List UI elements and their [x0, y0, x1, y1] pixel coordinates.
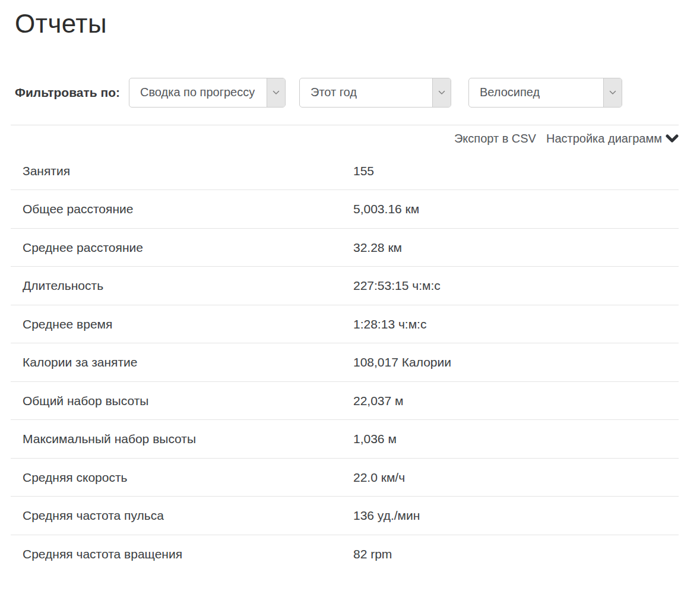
table-row: Среднее расстояние 32.28 км	[11, 229, 679, 267]
stat-label: Общее расстояние	[11, 202, 353, 216]
table-row: Максимальный набор высоты 1,036 м	[11, 420, 679, 459]
stat-label: Средняя частота пульса	[11, 508, 353, 523]
table-row: Общий набор высоты 22,037 м	[11, 382, 679, 421]
stat-label: Калории за занятие	[11, 355, 353, 369]
stat-value: 155	[353, 164, 374, 178]
stat-value: 22,037 м	[353, 394, 404, 408]
reports-page: Отчеты Фильтровать по: Сводка по прогрес…	[0, 0, 700, 597]
report-type-select[interactable]: Сводка по прогрессу	[129, 78, 286, 108]
report-content: Экспорт в CSV Настройка диаграмм Занятия…	[11, 125, 679, 574]
stat-label: Общий набор высоты	[11, 394, 353, 408]
activity-type-select-value: Велосипед	[469, 86, 540, 99]
stat-label: Средняя частота вращения	[11, 547, 353, 561]
table-row: Длительность 227:53:15 ч:м:с	[11, 267, 679, 305]
chart-settings-label: Настройка диаграмм	[546, 132, 662, 146]
stat-value: 1,036 м	[353, 432, 397, 446]
report-toolbar: Экспорт в CSV Настройка диаграмм	[11, 125, 679, 152]
stat-value: 1:28:13 ч:м:с	[353, 317, 426, 331]
table-row: Занятия 155	[11, 152, 679, 191]
chevron-down-icon	[603, 78, 622, 107]
table-row: Средняя частота вращения 82 rpm	[11, 535, 679, 574]
stat-value: 32.28 км	[353, 241, 402, 255]
report-type-select-value: Сводка по прогрессу	[129, 86, 255, 99]
table-row: Калории за занятие 108,017 Калории	[11, 343, 679, 382]
chart-settings-link[interactable]: Настройка диаграмм	[546, 132, 679, 146]
page-title: Отчеты	[0, 0, 700, 40]
date-range-select[interactable]: Этот год	[299, 78, 451, 108]
activity-type-select[interactable]: Велосипед	[468, 78, 622, 108]
chevron-down-icon	[432, 78, 451, 107]
filter-label: Фильтровать по:	[15, 86, 129, 100]
caret-down-icon	[666, 134, 679, 143]
table-row: Среднее время 1:28:13 ч:м:с	[11, 305, 679, 344]
stat-label: Максимальный набор высоты	[11, 432, 353, 446]
table-row: Средняя скорость 22.0 км/ч	[11, 459, 679, 497]
stat-value: 108,017 Калории	[353, 355, 451, 369]
stat-value: 5,003.16 км	[353, 202, 419, 216]
stat-label: Среднее расстояние	[11, 241, 353, 255]
date-range-select-value: Этот год	[300, 86, 357, 99]
table-row: Общее расстояние 5,003.16 км	[11, 190, 679, 229]
export-csv-link[interactable]: Экспорт в CSV	[454, 132, 536, 146]
stat-label: Длительность	[11, 279, 353, 293]
report-stats-table: Занятия 155 Общее расстояние 5,003.16 км…	[11, 152, 679, 574]
stat-label: Занятия	[11, 164, 353, 178]
chevron-down-icon	[267, 78, 285, 107]
stat-value: 227:53:15 ч:м:с	[353, 279, 441, 293]
stat-value: 22.0 км/ч	[353, 470, 405, 485]
table-row: Средняя частота пульса 136 уд./мин	[11, 497, 679, 535]
stat-label: Среднее время	[11, 317, 353, 331]
stat-value: 136 уд./мин	[353, 508, 420, 523]
stat-value: 82 rpm	[353, 547, 392, 561]
filter-bar: Фильтровать по: Сводка по прогрессу Этот…	[15, 78, 700, 108]
stat-label: Средняя скорость	[11, 470, 353, 485]
